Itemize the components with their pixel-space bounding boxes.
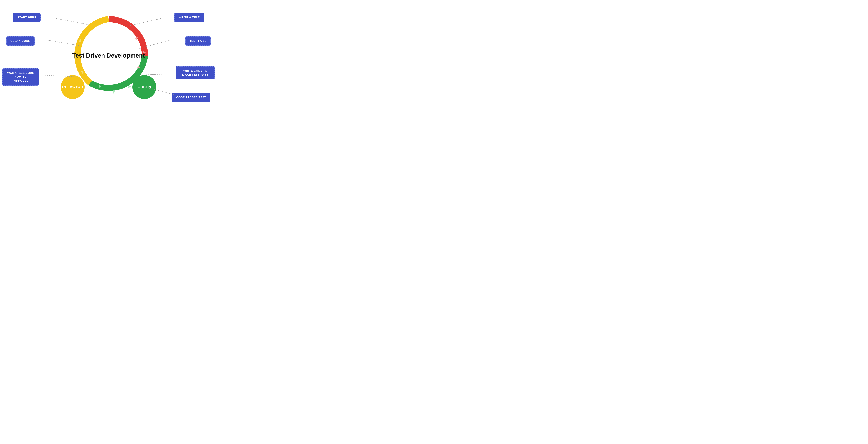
label-write-code: WRITE CODE TOMAKE TEST PASS [176,66,215,79]
label-clean-code: CLEAN CODE [6,36,34,45]
label-write-a-test: WRITE A TEST [174,13,204,22]
label-workable-code: WORKABLE CODEHOW TO IMPROVE? [2,68,39,86]
label-code-passes: CODE PASSES TEST [172,93,211,102]
tdd-diagram: RED GREEN REFACTOR Test Driven Developme… [0,0,217,111]
label-test-fails: TEST FAILS [185,36,211,45]
node-refactor: REFACTOR [61,75,85,99]
label-start-here: START HERE [13,13,40,22]
node-green: GREEN [132,75,156,99]
svg-marker-7 [113,90,116,94]
